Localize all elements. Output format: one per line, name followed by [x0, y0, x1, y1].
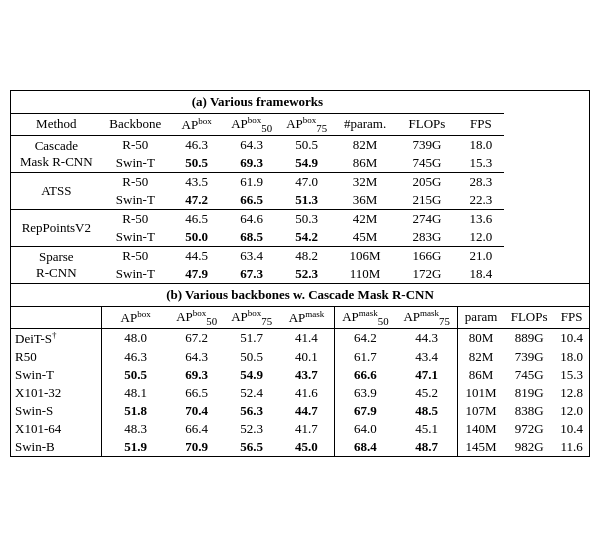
method-reppointsv2: RepPointsV2	[11, 209, 102, 246]
col-b-apbox: APbox	[102, 306, 169, 328]
col-b-apbox50: APbox50	[169, 306, 224, 328]
col-b-backbone	[11, 306, 102, 328]
table-row: X101-64 48.3 66.4 52.3 41.7 64.0 45.1 14…	[11, 420, 589, 438]
method-cascade: CascadeMask R-CNN	[11, 135, 102, 172]
table-row: Swin-T 50.5 69.3 54.9 43.7 66.6 47.1 86M…	[11, 366, 589, 384]
col-b-flops: FLOPs	[504, 306, 554, 328]
col-flops: FLOPs	[396, 113, 458, 135]
table-row: CascadeMask R-CNN R-50 46.3 64.3 50.5 82…	[11, 135, 589, 154]
col-b-param: param	[458, 306, 504, 328]
section-b-header: (b) Various backbones w. Cascade Mask R-…	[11, 283, 589, 306]
col-method: Method	[11, 113, 102, 135]
col-fps: FPS	[458, 113, 504, 135]
table-row: SparseR-CNN R-50 44.5 63.4 48.2 106M 166…	[11, 246, 589, 265]
table-row: X101-32 48.1 66.5 52.4 41.6 63.9 45.2 10…	[11, 384, 589, 402]
table-row: RepPointsV2 R-50 46.5 64.6 50.3 42M 274G…	[11, 209, 589, 228]
col-b-apmask50: APmask50	[334, 306, 396, 328]
col-b-apbox75: APbox75	[224, 306, 279, 328]
table-row: DeiT-S† 48.0 67.2 51.7 41.4 64.2 44.3 80…	[11, 328, 589, 348]
table-row: Swin-B 51.9 70.9 56.5 45.0 68.4 48.7 145…	[11, 438, 589, 456]
table-row: ATSS R-50 43.5 61.9 47.0 32M 205G 28.3	[11, 172, 589, 191]
col-apbox75: APbox75	[279, 113, 334, 135]
col-b-apmask: APmask	[279, 306, 334, 328]
col-param: #param.	[334, 113, 396, 135]
col-apbox: APbox	[169, 113, 224, 135]
col-backbone: Backbone	[102, 113, 169, 135]
table-row: R50 46.3 64.3 50.5 40.1 61.7 43.4 82M 73…	[11, 348, 589, 366]
method-atss: ATSS	[11, 172, 102, 209]
table-row: Swin-S 51.8 70.4 56.3 44.7 67.9 48.5 107…	[11, 402, 589, 420]
section-a-header: (a) Various frameworks	[11, 91, 504, 114]
main-table-wrapper: (a) Various frameworks Method Backbone A…	[10, 90, 590, 457]
col-b-apmask75: APmask75	[396, 306, 458, 328]
col-apbox50: APbox50	[224, 113, 279, 135]
backbone-swint: Swin-T	[102, 154, 169, 173]
method-sparse-rcnn: SparseR-CNN	[11, 246, 102, 283]
col-b-fps: FPS	[554, 306, 589, 328]
backbone-r50: R-50	[102, 135, 169, 154]
